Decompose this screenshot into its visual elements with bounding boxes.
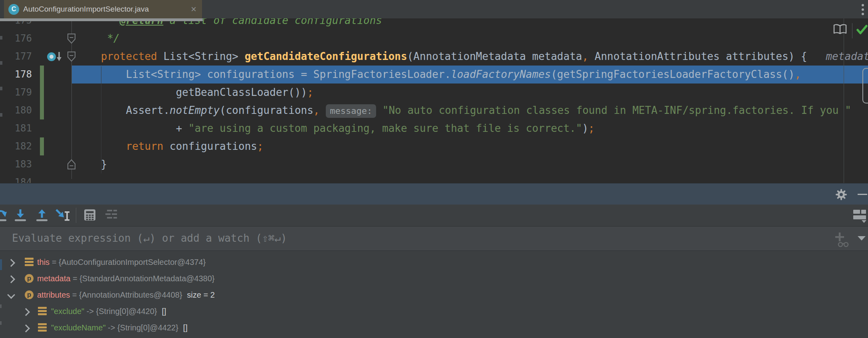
debug-step-toolbar <box>0 205 868 226</box>
variable-name: this <box>37 258 50 266</box>
expand-chevron-icon[interactable] <box>7 275 15 283</box>
variable-row[interactable]: "excludeName" -> {String[0]@4422}[] <box>0 320 868 336</box>
code-text: return configurations; <box>0 137 868 155</box>
variable-value: {String[0]@4420} <box>96 307 157 316</box>
variable-name: "excludeName" <box>51 323 105 332</box>
execution-point-icon[interactable] <box>47 52 56 61</box>
toolbar-separator <box>852 23 852 38</box>
add-watch-icon[interactable] <box>834 231 850 250</box>
editor-tab[interactable]: C AutoConfigurationImportSelector.java × <box>4 0 202 18</box>
expand-chevron-icon[interactable] <box>7 259 15 267</box>
variable-extra: [] <box>183 323 188 332</box>
variable-text: attributes = {AnnotationAttributes@4408}… <box>37 287 215 303</box>
code-line[interactable]: 184 <box>0 173 868 183</box>
step-out-button[interactable] <box>36 209 48 224</box>
execution-arrow-icon <box>56 52 62 64</box>
expand-chevron-icon[interactable] <box>22 324 30 332</box>
tab-close-icon[interactable]: × <box>191 4 196 14</box>
variable-name: attributes <box>37 290 70 299</box>
code-line[interactable]: 178 List<String> configurations = Spring… <box>0 66 868 84</box>
code-editor[interactable]: 175 * @return a list of candidate config… <box>0 18 868 183</box>
code-line[interactable]: 180 Assert.notEmpty(configurations, mess… <box>0 101 868 119</box>
settings-gear-icon[interactable] <box>835 189 847 202</box>
ide-window: C AutoConfigurationImportSelector.java ×… <box>0 0 868 338</box>
variable-text: "exclude" -> {String[0]@4420}[] <box>51 303 166 320</box>
value-rows-icon <box>38 307 47 316</box>
code-text: protected List<String> getCandidateConfi… <box>0 48 868 66</box>
scrollbar-thumb[interactable] <box>862 68 868 103</box>
java-class-icon: C <box>8 4 19 15</box>
kebab-menu-icon[interactable] <box>861 4 865 16</box>
variable-row[interactable]: "exclude" -> {String[0]@4420}[] <box>0 303 868 320</box>
variable-extra: [] <box>162 307 166 316</box>
code-line[interactable]: 183 } <box>0 155 868 173</box>
value-rows-icon <box>25 258 34 266</box>
watches-dropdown-icon[interactable] <box>858 236 866 241</box>
variables-panel[interactable]: this = {AutoConfigurationImportSelector@… <box>0 251 868 338</box>
code-text: + "are using a custom packaging, make su… <box>0 119 868 137</box>
editor-tab-bar: C AutoConfigurationImportSelector.java × <box>0 0 868 18</box>
fold-marker-icon[interactable] <box>67 159 76 171</box>
variable-name: "exclude" <box>51 307 84 316</box>
code-line[interactable]: 177 protected List<String> getCandidateC… <box>0 48 868 66</box>
variable-row[interactable]: pattributes = {AnnotationAttributes@4408… <box>0 287 868 303</box>
step-into-button[interactable] <box>14 209 26 224</box>
smart-step-into-button[interactable] <box>55 209 71 224</box>
code-line[interactable]: 181 + "are using a custom packaging, mak… <box>0 119 868 137</box>
code-line[interactable]: 176 */ <box>0 30 868 48</box>
code-line[interactable]: 182 return configurations; <box>0 137 868 155</box>
variable-row[interactable]: this = {AutoConfigurationImportSelector@… <box>0 254 868 270</box>
fold-marker-icon[interactable] <box>67 51 76 64</box>
variable-value: {String[0]@4422} <box>117 323 178 332</box>
toolbar-separator <box>76 208 76 223</box>
code-text <box>0 173 868 183</box>
trace-stream-button[interactable] <box>105 209 118 222</box>
variable-name: metadata <box>37 274 70 283</box>
code-text: Assert.notEmpty(configurations, message:… <box>0 101 868 119</box>
code-text: } <box>0 155 868 173</box>
evaluate-expression-button[interactable] <box>84 209 96 223</box>
tab-title: AutoConfigurationImportSelector.java <box>23 5 149 14</box>
inline-debugger-hint: metadata: <box>807 50 868 62</box>
code-text: */ <box>0 30 868 48</box>
expand-chevron-icon[interactable] <box>22 308 30 316</box>
code-text: getBeanClassLoader()); <box>0 84 868 101</box>
variable-extra: size = 2 <box>187 290 214 299</box>
variable-value: {StandardAnnotationMetadata@4380} <box>79 274 214 283</box>
variable-row[interactable]: pmetadata = {StandardAnnotationMetadata@… <box>0 270 868 287</box>
watch-input[interactable]: Evaluate expression (↵) or add a watch (… <box>0 226 868 251</box>
inspections-ok-icon[interactable] <box>856 24 868 37</box>
minimize-icon[interactable] <box>858 194 867 195</box>
watch-input-placeholder: Evaluate expression (↵) or add a watch (… <box>12 227 287 250</box>
parameter-icon: p <box>25 290 34 299</box>
code-line[interactable]: 179 getBeanClassLoader()); <box>0 84 868 101</box>
variable-text: "excludeName" -> {String[0]@4422}[] <box>51 320 188 336</box>
variable-value: {AnnotationAttributes@4408} <box>79 290 182 299</box>
variable-text: metadata = {StandardAnnotationMetadata@4… <box>37 270 215 287</box>
expand-chevron-icon[interactable] <box>7 291 15 299</box>
debug-header-bar[interactable] <box>0 183 868 205</box>
parameter-hint-chip: message: <box>326 104 376 118</box>
restore-layout-button[interactable] <box>853 209 867 225</box>
variable-text: this = {AutoConfigurationImportSelector@… <box>37 254 206 270</box>
code-text: List<String> configurations = SpringFact… <box>0 66 868 84</box>
active-tab-underline <box>0 18 203 21</box>
parameter-icon: p <box>25 274 34 283</box>
reader-mode-icon[interactable] <box>833 23 847 38</box>
fold-marker-icon[interactable] <box>67 33 76 46</box>
variable-value: {AutoConfigurationImportSelector@4374} <box>59 258 206 266</box>
step-over-button[interactable] <box>0 209 7 222</box>
value-rows-icon <box>38 323 47 332</box>
